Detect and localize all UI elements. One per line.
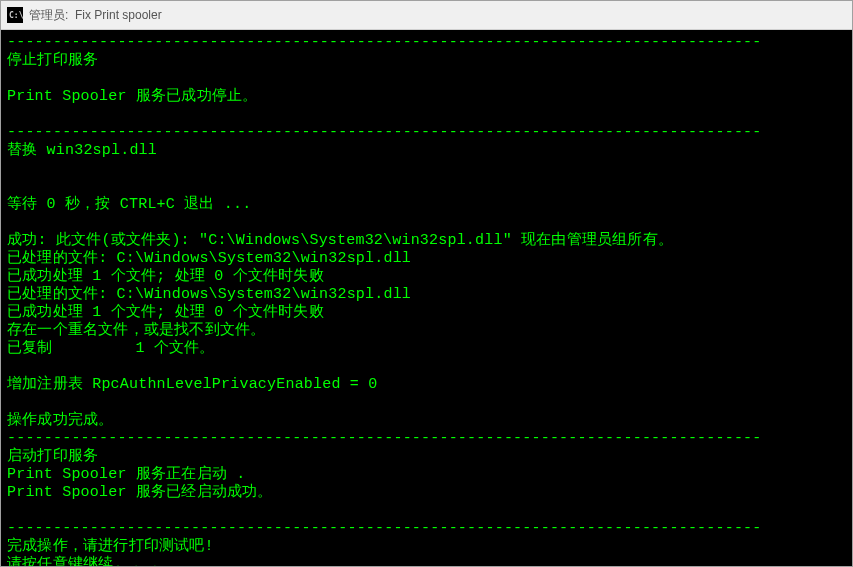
terminal-line: 已处理的文件: C:\Windows\System32\win32spl.dll <box>7 286 846 304</box>
terminal-line: Print Spooler 服务已经启动成功。 <box>7 484 846 502</box>
terminal-line <box>7 160 846 178</box>
console-window: C:\ 管理员: Fix Print spooler -------------… <box>0 0 853 567</box>
svg-text:C:\: C:\ <box>9 11 23 20</box>
terminal-line: 已成功处理 1 个文件; 处理 0 个文件时失败 <box>7 268 846 286</box>
terminal-line: 存在一个重名文件，或是找不到文件。 <box>7 322 846 340</box>
terminal-line: 启动打印服务 <box>7 448 846 466</box>
terminal-line <box>7 106 846 124</box>
cmd-icon: C:\ <box>7 7 23 23</box>
window-title: 管理员: Fix Print spooler <box>29 7 162 24</box>
terminal-output[interactable]: ----------------------------------------… <box>1 30 852 566</box>
terminal-line: ----------------------------------------… <box>7 520 846 538</box>
terminal-line: 增加注册表 RpcAuthnLevelPrivacyEnabled = 0 <box>7 376 846 394</box>
terminal-line: 已复制 1 个文件。 <box>7 340 846 358</box>
terminal-line: Print Spooler 服务已成功停止。 <box>7 88 846 106</box>
terminal-line: 已处理的文件: C:\Windows\System32\win32spl.dll <box>7 250 846 268</box>
terminal-line: ----------------------------------------… <box>7 124 846 142</box>
terminal-line: ----------------------------------------… <box>7 34 846 52</box>
terminal-line: 请按任意键继续. . . <box>7 556 846 566</box>
terminal-line <box>7 502 846 520</box>
terminal-line: 成功: 此文件(或文件夹): "C:\Windows\System32\win3… <box>7 232 846 250</box>
terminal-line: 完成操作，请进行打印测试吧! <box>7 538 846 556</box>
titlebar[interactable]: C:\ 管理员: Fix Print spooler <box>1 1 852 30</box>
terminal-line: 替换 win32spl.dll <box>7 142 846 160</box>
terminal-line: 等待 0 秒，按 CTRL+C 退出 ... <box>7 196 846 214</box>
terminal-line <box>7 70 846 88</box>
terminal-line: 操作成功完成。 <box>7 412 846 430</box>
terminal-line <box>7 394 846 412</box>
terminal-line: 停止打印服务 <box>7 52 846 70</box>
terminal-line <box>7 178 846 196</box>
terminal-line: ----------------------------------------… <box>7 430 846 448</box>
terminal-line: 已成功处理 1 个文件; 处理 0 个文件时失败 <box>7 304 846 322</box>
terminal-line: Print Spooler 服务正在启动 . <box>7 466 846 484</box>
terminal-line <box>7 358 846 376</box>
terminal-line <box>7 214 846 232</box>
